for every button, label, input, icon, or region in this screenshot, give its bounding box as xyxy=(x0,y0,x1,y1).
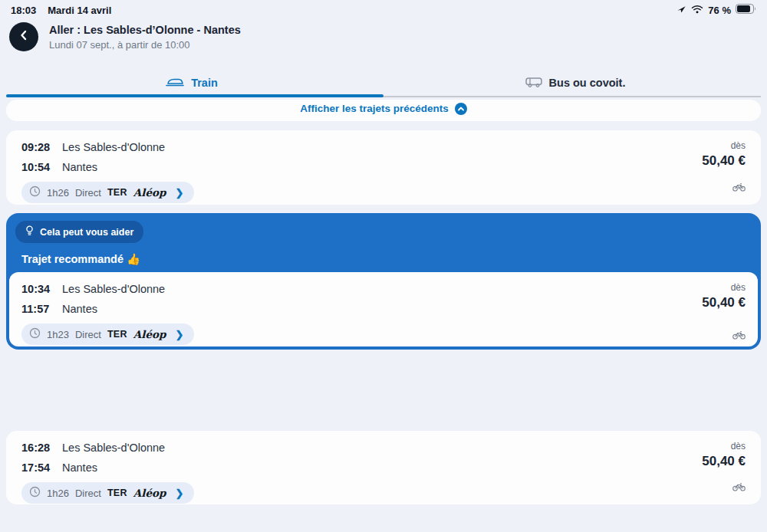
direct-label: Direct xyxy=(75,488,101,499)
chevron-right-icon: ❯ xyxy=(175,488,183,499)
arrival-time: 11:57 xyxy=(21,302,54,316)
carrier-brand-logo: Aléop xyxy=(133,487,166,499)
departure-time: 09:28 xyxy=(21,140,54,154)
chevron-left-icon xyxy=(18,30,29,44)
page-title: Aller : Les Sables-d’Olonne - Nantes xyxy=(49,24,241,36)
duration: 1h26 xyxy=(47,187,69,199)
battery-percent: 76 % xyxy=(708,5,731,16)
arrival-station: Nantes xyxy=(62,160,97,174)
tab-bus-label: Bus ou covoit. xyxy=(549,77,626,89)
carrier-brand-logo: Aléop xyxy=(133,328,166,340)
price-from-label: dès xyxy=(702,140,746,151)
header: Aller : Les Sables-d’Olonne - Nantes Lun… xyxy=(9,22,241,51)
arrival-time: 17:54 xyxy=(21,461,54,475)
chevron-up-circle-icon xyxy=(455,103,467,115)
departure-time: 10:34 xyxy=(21,282,54,296)
journey-card[interactable]: 16:28 Les Sables-d'Olonne 17:54 Nantes 1… xyxy=(6,431,761,504)
wifi-icon xyxy=(691,5,703,16)
tab-bar: Train Bus ou covoit. xyxy=(0,73,767,93)
clock-icon xyxy=(29,486,41,500)
train-results-screen: 18:03 Mardi 14 avril 76 % xyxy=(0,0,767,532)
price: 50,40 € xyxy=(702,295,746,310)
recommended-inner-card[interactable]: 10:34 Les Sables-d'Olonne 11:57 Nantes 1… xyxy=(9,272,758,346)
journey-card[interactable]: 09:28 Les Sables-d'Olonne 10:54 Nantes 1… xyxy=(6,130,761,205)
chevron-right-icon: ❯ xyxy=(175,329,183,340)
price-from-label: dès xyxy=(702,282,746,293)
departure-station: Les Sables-d'Olonne xyxy=(62,282,165,296)
price: 50,40 € xyxy=(702,153,746,169)
departure-station: Les Sables-d'Olonne xyxy=(62,441,165,455)
departure-station: Les Sables-d'Olonne xyxy=(62,140,165,154)
duration: 1h23 xyxy=(47,329,69,340)
clock-icon xyxy=(29,186,41,199)
bike-icon xyxy=(732,481,746,494)
bike-icon xyxy=(732,181,746,195)
tab-train[interactable]: Train xyxy=(0,73,384,93)
price-from-label: dès xyxy=(702,441,746,452)
direct-label: Direct xyxy=(75,187,101,199)
status-date: Mardi 14 avril xyxy=(48,5,111,16)
carrier-label: TER xyxy=(107,488,127,498)
clock-icon xyxy=(29,327,41,341)
journey-details-pill[interactable]: 1h23 Direct TER Aléop ❯ xyxy=(21,323,194,345)
back-button[interactable] xyxy=(9,22,38,51)
carrier-label: TER xyxy=(107,187,127,198)
tab-bus-covoit[interactable]: Bus ou covoit. xyxy=(384,73,767,93)
helper-badge-label: Cela peut vous aider xyxy=(40,227,133,238)
tab-active-indicator xyxy=(6,94,384,97)
page-subtitle: Lundi 07 sept., à partir de 10:00 xyxy=(49,39,241,51)
arrival-time: 10:54 xyxy=(21,160,54,174)
tab-train-label: Train xyxy=(191,77,218,89)
recommended-title: Trajet recommandé 👍 xyxy=(21,253,140,266)
arrival-station: Nantes xyxy=(62,461,97,475)
journey-details-pill[interactable]: 1h26 Direct TER Aléop ❯ xyxy=(21,482,194,504)
chevron-right-icon: ❯ xyxy=(175,187,183,199)
price: 50,40 € xyxy=(702,454,746,469)
departure-time: 16:28 xyxy=(21,441,54,455)
location-icon xyxy=(676,4,686,16)
direct-label: Direct xyxy=(75,329,101,340)
lightbulb-icon xyxy=(25,225,34,238)
bus-icon xyxy=(525,77,542,90)
carrier-label: TER xyxy=(107,329,127,340)
duration: 1h26 xyxy=(47,488,69,499)
train-icon xyxy=(166,77,184,90)
status-time: 18:03 xyxy=(11,5,36,16)
carrier-brand-logo: Aléop xyxy=(133,186,166,199)
previous-journeys-card: Afficher les trajets précédents xyxy=(6,100,761,121)
helper-badge: Cela peut vous aider xyxy=(15,221,143,243)
recommended-journey-card[interactable]: Cela peut vous aider Trajet recommandé 👍… xyxy=(6,213,761,350)
bike-icon xyxy=(732,329,746,343)
arrival-station: Nantes xyxy=(62,302,97,316)
status-bar: 18:03 Mardi 14 avril 76 % xyxy=(0,0,767,18)
journey-details-pill[interactable]: 1h26 Direct TER Aléop ❯ xyxy=(21,182,194,203)
battery-icon xyxy=(736,4,756,16)
show-previous-link[interactable]: Afficher les trajets précédents xyxy=(300,100,467,121)
show-previous-label: Afficher les trajets précédents xyxy=(300,103,449,114)
